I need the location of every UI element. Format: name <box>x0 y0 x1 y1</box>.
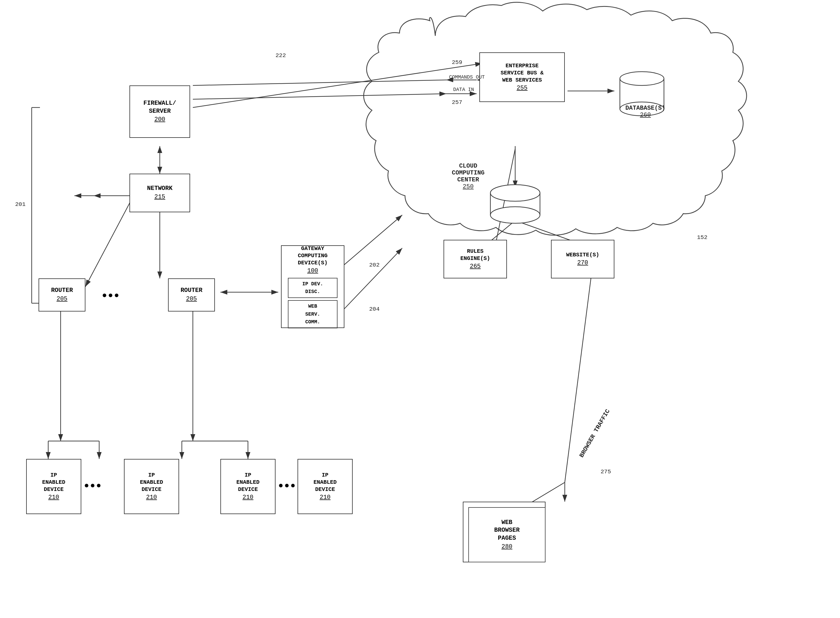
ip-device-1: IPENABLEDDEVICE 210 <box>26 459 81 514</box>
svg-point-44 <box>490 207 540 223</box>
label-152: 152 <box>697 234 708 241</box>
router-left-node: ROUTER 205 <box>39 278 85 312</box>
label-257: 257 <box>452 99 462 105</box>
label-202: 202 <box>369 262 380 268</box>
label-222: 222 <box>276 52 286 59</box>
cloud-shape <box>364 2 747 235</box>
dots-network: ●●● <box>102 291 120 300</box>
ip-device-2: IPENABLEDDEVICE 210 <box>124 459 179 514</box>
diagram: FIREWALL/ SERVER 200 NETWORK 215 ROUTER … <box>0 0 840 618</box>
label-204: 204 <box>369 306 380 312</box>
rules-engine-node: RULESENGINE(S) 265 <box>444 240 507 278</box>
ip-device-4: IPENABLEDDEVICE 210 <box>298 459 353 514</box>
diagram-svg <box>0 0 840 618</box>
network-node: NETWORK 215 <box>129 174 190 212</box>
esb-node: ENTERPRISESERVICE BUS &WEB SERVICES 255 <box>479 52 565 102</box>
router-right-node: ROUTER 205 <box>168 278 215 312</box>
label-commands-out: COMMANDS OUT <box>449 74 485 80</box>
gateway-node: GATEWAYCOMPUTINGDEVICE(S) 100 IP DEV.DIS… <box>281 245 344 328</box>
dots-left: ●●● <box>84 481 102 490</box>
ip-device-3: IPENABLEDDEVICE 210 <box>221 459 276 514</box>
cloud-center-label: CLOUDCOMPUTINGCENTER 250 <box>452 163 484 190</box>
dots-right: ●●● <box>278 481 296 490</box>
svg-line-19 <box>85 193 135 287</box>
firewall-server-node: FIREWALL/ SERVER 200 <box>129 85 190 138</box>
web-browser-node: WEBBROWSERPAGES 280 <box>463 502 545 562</box>
label-201: 201 <box>15 201 26 208</box>
websites-node: WEBSITE(S) 270 <box>551 240 614 278</box>
label-275: 275 <box>601 469 611 475</box>
database-label: DATABASE(S) 260 <box>625 105 665 119</box>
svg-point-43 <box>490 185 540 201</box>
label-259: 259 <box>452 59 462 65</box>
svg-point-39 <box>620 72 664 85</box>
label-data-in: DATA IN <box>453 87 474 92</box>
